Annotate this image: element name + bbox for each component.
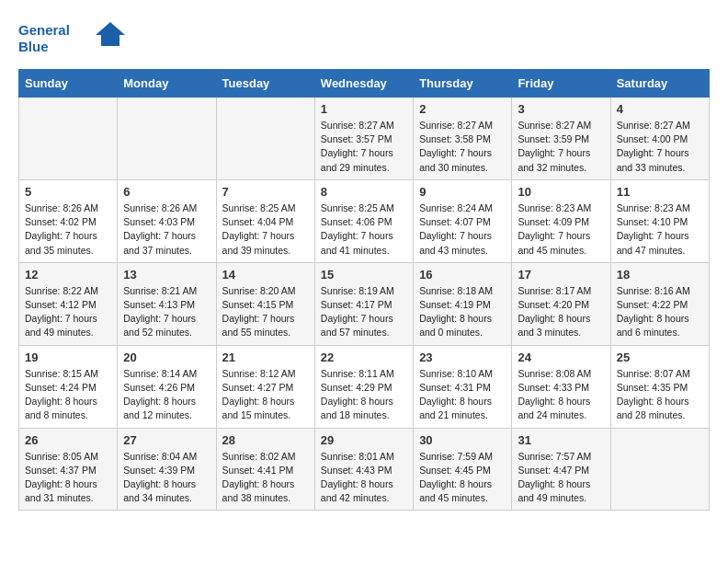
cell-info: Sunrise: 8:17 AMSunset: 4:20 PMDaylight:… <box>518 284 604 340</box>
week-row-3: 12Sunrise: 8:22 AMSunset: 4:12 PMDayligh… <box>19 262 710 345</box>
cell-info: Sunrise: 8:21 AMSunset: 4:13 PMDaylight:… <box>123 284 210 340</box>
cell-info: Sunrise: 8:15 AMSunset: 4:24 PMDaylight:… <box>25 367 111 423</box>
day-number: 16 <box>419 268 506 282</box>
calendar-cell: 4Sunrise: 8:27 AMSunset: 4:00 PMDaylight… <box>610 98 709 180</box>
day-number: 31 <box>518 433 604 447</box>
day-number: 6 <box>123 185 210 199</box>
weekday-header-tuesday: Tuesday <box>216 70 314 98</box>
cell-info: Sunrise: 8:27 AMSunset: 3:58 PMDaylight:… <box>419 119 506 175</box>
cell-info: Sunrise: 8:05 AMSunset: 4:37 PMDaylight:… <box>25 450 111 506</box>
cell-info: Sunrise: 8:26 AMSunset: 4:02 PMDaylight:… <box>25 201 111 258</box>
day-number: 8 <box>321 185 407 199</box>
day-number: 19 <box>25 350 111 364</box>
cell-info: Sunrise: 8:27 AMSunset: 3:57 PMDaylight:… <box>321 119 407 175</box>
weekday-header-row: SundayMondayTuesdayWednesdayThursdayFrid… <box>19 70 710 98</box>
cell-info: Sunrise: 8:22 AMSunset: 4:12 PMDaylight:… <box>25 284 111 340</box>
day-number: 15 <box>321 268 407 282</box>
calendar-cell: 8Sunrise: 8:25 AMSunset: 4:06 PMDaylight… <box>314 179 413 262</box>
calendar-cell <box>610 428 709 511</box>
calendar-cell: 29Sunrise: 8:01 AMSunset: 4:43 PMDayligh… <box>314 428 413 511</box>
cell-info: Sunrise: 8:18 AMSunset: 4:19 PMDaylight:… <box>419 284 506 340</box>
day-number: 7 <box>222 185 309 199</box>
cell-info: Sunrise: 8:02 AMSunset: 4:41 PMDaylight:… <box>222 450 309 506</box>
day-number: 21 <box>222 350 309 364</box>
week-row-5: 26Sunrise: 8:05 AMSunset: 4:37 PMDayligh… <box>19 428 710 511</box>
calendar-cell: 23Sunrise: 8:10 AMSunset: 4:31 PMDayligh… <box>414 345 512 428</box>
day-number: 3 <box>518 102 604 116</box>
calendar-cell: 6Sunrise: 8:26 AMSunset: 4:03 PMDaylight… <box>118 179 216 262</box>
day-number: 18 <box>617 268 703 282</box>
weekday-header-friday: Friday <box>512 70 610 98</box>
logo-svg: General Blue <box>18 18 129 60</box>
calendar-cell <box>216 98 314 180</box>
day-number: 20 <box>123 350 210 364</box>
day-number: 11 <box>617 185 703 199</box>
calendar-cell: 10Sunrise: 8:23 AMSunset: 4:09 PMDayligh… <box>512 179 610 262</box>
calendar-cell: 7Sunrise: 8:25 AMSunset: 4:04 PMDaylight… <box>216 179 314 262</box>
cell-info: Sunrise: 8:07 AMSunset: 4:35 PMDaylight:… <box>617 367 703 423</box>
weekday-header-saturday: Saturday <box>610 70 709 98</box>
calendar-cell: 11Sunrise: 8:23 AMSunset: 4:10 PMDayligh… <box>610 179 709 262</box>
cell-info: Sunrise: 8:08 AMSunset: 4:33 PMDaylight:… <box>518 367 604 423</box>
day-number: 28 <box>222 433 309 447</box>
cell-info: Sunrise: 8:23 AMSunset: 4:09 PMDaylight:… <box>518 201 604 258</box>
weekday-header-sunday: Sunday <box>19 70 118 98</box>
calendar-cell: 1Sunrise: 8:27 AMSunset: 3:57 PMDaylight… <box>314 98 413 180</box>
calendar-cell: 30Sunrise: 7:59 AMSunset: 4:45 PMDayligh… <box>414 428 512 511</box>
calendar-cell: 22Sunrise: 8:11 AMSunset: 4:29 PMDayligh… <box>314 345 413 428</box>
svg-text:Blue: Blue <box>18 39 49 54</box>
calendar-table: SundayMondayTuesdayWednesdayThursdayFrid… <box>18 69 710 511</box>
day-number: 10 <box>518 185 604 199</box>
cell-info: Sunrise: 8:14 AMSunset: 4:26 PMDaylight:… <box>123 367 210 423</box>
day-number: 5 <box>25 185 111 199</box>
calendar-cell: 26Sunrise: 8:05 AMSunset: 4:37 PMDayligh… <box>19 428 118 511</box>
day-number: 26 <box>25 433 111 447</box>
week-row-4: 19Sunrise: 8:15 AMSunset: 4:24 PMDayligh… <box>19 345 710 428</box>
calendar-cell <box>19 98 118 180</box>
calendar-cell: 12Sunrise: 8:22 AMSunset: 4:12 PMDayligh… <box>19 262 118 345</box>
calendar-cell: 18Sunrise: 8:16 AMSunset: 4:22 PMDayligh… <box>610 262 709 345</box>
day-number: 30 <box>419 433 506 447</box>
calendar-cell: 14Sunrise: 8:20 AMSunset: 4:15 PMDayligh… <box>216 262 314 345</box>
day-number: 1 <box>321 102 407 116</box>
calendar-cell: 9Sunrise: 8:24 AMSunset: 4:07 PMDaylight… <box>414 179 512 262</box>
calendar-cell: 13Sunrise: 8:21 AMSunset: 4:13 PMDayligh… <box>118 262 216 345</box>
cell-info: Sunrise: 8:26 AMSunset: 4:03 PMDaylight:… <box>123 201 210 258</box>
calendar-cell: 28Sunrise: 8:02 AMSunset: 4:41 PMDayligh… <box>216 428 314 511</box>
day-number: 12 <box>25 268 111 282</box>
calendar-cell: 25Sunrise: 8:07 AMSunset: 4:35 PMDayligh… <box>610 345 709 428</box>
cell-info: Sunrise: 8:10 AMSunset: 4:31 PMDaylight:… <box>419 367 506 423</box>
calendar-cell <box>118 98 216 180</box>
day-number: 13 <box>123 268 210 282</box>
calendar-cell: 19Sunrise: 8:15 AMSunset: 4:24 PMDayligh… <box>19 345 118 428</box>
cell-info: Sunrise: 8:25 AMSunset: 4:04 PMDaylight:… <box>222 201 309 258</box>
calendar-cell: 15Sunrise: 8:19 AMSunset: 4:17 PMDayligh… <box>314 262 413 345</box>
week-row-1: 1Sunrise: 8:27 AMSunset: 3:57 PMDaylight… <box>19 98 710 180</box>
cell-info: Sunrise: 8:27 AMSunset: 3:59 PMDaylight:… <box>518 119 604 175</box>
cell-info: Sunrise: 8:12 AMSunset: 4:27 PMDaylight:… <box>222 367 309 423</box>
day-number: 22 <box>321 350 407 364</box>
calendar-cell: 20Sunrise: 8:14 AMSunset: 4:26 PMDayligh… <box>118 345 216 428</box>
day-number: 23 <box>419 350 506 364</box>
cell-info: Sunrise: 8:04 AMSunset: 4:39 PMDaylight:… <box>123 450 210 506</box>
day-number: 25 <box>617 350 703 364</box>
calendar-cell: 21Sunrise: 8:12 AMSunset: 4:27 PMDayligh… <box>216 345 314 428</box>
calendar-cell: 27Sunrise: 8:04 AMSunset: 4:39 PMDayligh… <box>118 428 216 511</box>
calendar-cell: 31Sunrise: 7:57 AMSunset: 4:47 PMDayligh… <box>512 428 610 511</box>
cell-info: Sunrise: 8:23 AMSunset: 4:10 PMDaylight:… <box>617 201 703 258</box>
weekday-header-wednesday: Wednesday <box>314 70 413 98</box>
day-number: 4 <box>617 102 703 116</box>
cell-info: Sunrise: 8:19 AMSunset: 4:17 PMDaylight:… <box>321 284 407 340</box>
cell-info: Sunrise: 7:57 AMSunset: 4:47 PMDaylight:… <box>518 450 604 506</box>
logo: General Blue <box>18 18 129 60</box>
svg-text:General: General <box>18 22 70 38</box>
calendar-cell: 24Sunrise: 8:08 AMSunset: 4:33 PMDayligh… <box>512 345 610 428</box>
day-number: 24 <box>518 350 604 364</box>
day-number: 14 <box>222 268 309 282</box>
cell-info: Sunrise: 8:27 AMSunset: 4:00 PMDaylight:… <box>617 119 703 175</box>
day-number: 9 <box>419 185 506 199</box>
svg-marker-2 <box>96 22 125 46</box>
cell-info: Sunrise: 7:59 AMSunset: 4:45 PMDaylight:… <box>419 450 506 506</box>
calendar-cell: 3Sunrise: 8:27 AMSunset: 3:59 PMDaylight… <box>512 98 610 180</box>
week-row-2: 5Sunrise: 8:26 AMSunset: 4:02 PMDaylight… <box>19 179 710 262</box>
